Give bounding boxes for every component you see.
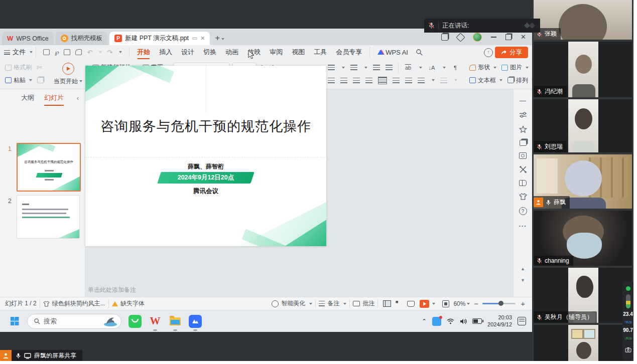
participant-tile[interactable]: 冯纪潮	[534, 42, 632, 97]
paragraph-spacing-icon[interactable]	[418, 78, 425, 83]
menu-view[interactable]: 视图	[287, 48, 309, 57]
missing-font-warning[interactable]: 缺失字体	[112, 299, 145, 308]
properties-icon[interactable]	[519, 111, 527, 119]
collapse-rail-icon[interactable]: —	[519, 96, 527, 104]
copy-icon[interactable]	[37, 77, 44, 83]
workspace-icon[interactable]	[441, 34, 448, 41]
tab-ppt-document[interactable]: P 新建 PPT 演示文稿.ppt ▭ ✕	[109, 32, 210, 45]
zoom-out-button[interactable]: −	[474, 299, 478, 308]
comments-button[interactable]: 批注	[353, 299, 374, 308]
tray-expand-icon[interactable]: ⌃	[422, 318, 427, 325]
menu-member[interactable]: 会员专享	[331, 48, 366, 57]
battery-icon[interactable]	[472, 318, 482, 324]
taskbar-file-explorer-icon[interactable]	[169, 315, 182, 328]
menu-home[interactable]: 开始	[133, 48, 155, 57]
menu-transition[interactable]: 切换	[199, 48, 221, 57]
wifi-icon[interactable]	[447, 318, 454, 324]
notes-button[interactable]: 备注	[319, 299, 346, 308]
align-right-icon[interactable]	[353, 78, 360, 83]
redo-icon[interactable]: ↷	[107, 49, 112, 56]
undo-icon[interactable]: ↶	[87, 49, 92, 56]
text-direction-icon[interactable]: ab	[404, 65, 412, 71]
cut-icon[interactable]: ✄	[37, 64, 42, 71]
participant-tile[interactable]: channing	[534, 211, 632, 266]
theme-button[interactable]: 绿色斜块简约风主...	[43, 299, 105, 308]
slide-sorter-icon[interactable]	[396, 301, 401, 306]
resource-library-icon[interactable]	[519, 152, 527, 159]
save-icon[interactable]	[43, 49, 50, 55]
textbox-button[interactable]: 文本框	[469, 76, 502, 85]
tray-meeting-icon[interactable]	[432, 317, 441, 326]
restore-button[interactable]	[505, 34, 512, 40]
slide-canvas[interactable]: 咨询服务与危机干预的规范化操作 薛飘、薛智桁 2024年9月12日20点 腾讯会…	[85, 66, 326, 246]
participant-tile[interactable]: 刘思瑞	[534, 99, 632, 152]
taskbar-app-store-icon[interactable]	[129, 315, 142, 328]
justify-icon[interactable]	[365, 78, 372, 83]
search-icon[interactable]	[416, 49, 423, 56]
bullet-list-icon[interactable]	[328, 65, 335, 70]
numbered-list-icon[interactable]	[350, 65, 357, 70]
distribute-icon[interactable]	[378, 77, 387, 84]
play-from-current-icon[interactable]	[62, 63, 74, 75]
notification-center-icon[interactable]	[518, 317, 526, 325]
align-left-icon[interactable]	[328, 78, 335, 83]
more-options-icon[interactable]: ···	[519, 222, 527, 230]
arrange-button[interactable]: 排列	[507, 76, 535, 85]
tab-list-chevron-icon[interactable]	[221, 38, 224, 40]
cube-mode-icon[interactable]	[456, 33, 465, 42]
smart-beautify-button[interactable]: 智能美化	[272, 299, 312, 308]
fit-to-window-icon[interactable]	[442, 300, 449, 307]
clock[interactable]: 20:03 2024/9/12	[487, 314, 512, 328]
paragraph-mark-icon[interactable]: ¶	[451, 65, 459, 71]
participant-tile[interactable]: 张颖	[534, 0, 632, 40]
slide-date-banner[interactable]: 2024年9月12日20点	[157, 172, 254, 184]
menu-insert[interactable]: 插入	[155, 48, 177, 57]
screenshot-camera-icon[interactable]	[625, 347, 631, 352]
print-icon[interactable]	[64, 49, 70, 55]
align-center-icon[interactable]	[340, 78, 347, 83]
speaker-icon[interactable]	[460, 318, 467, 324]
collapse-panel-icon[interactable]: ‹	[77, 94, 79, 102]
tab-slides[interactable]: 幻灯片	[44, 93, 64, 102]
tools-icon[interactable]	[519, 165, 527, 173]
tab-wps-office[interactable]: W WPS Office	[2, 32, 54, 45]
line-spacing-icon[interactable]	[393, 78, 400, 83]
account-avatar[interactable]	[473, 33, 482, 42]
notes-placeholder[interactable]: 单击此处添加备注	[88, 286, 136, 294]
screen-share-banner[interactable]: 薛飘的屏幕共享	[0, 350, 82, 361]
zoom-in-button[interactable]: +	[521, 299, 525, 308]
tab-outline[interactable]: 大纲	[21, 93, 34, 102]
print-preview-icon[interactable]	[75, 49, 82, 55]
menu-animation[interactable]: 动画	[221, 48, 243, 57]
slideshow-button[interactable]	[420, 300, 435, 308]
tab-docer-templates[interactable]: ✿ 找稻壳模板	[56, 32, 108, 45]
text-sort-icon[interactable]: ↓A	[428, 65, 436, 71]
slide-authors[interactable]: 薛飘、薛智桁	[85, 162, 326, 171]
menu-review[interactable]: 审阅	[265, 48, 287, 57]
slide-platform[interactable]: 腾讯会议	[85, 187, 326, 196]
picture-button[interactable]: 图片	[501, 63, 529, 72]
cloud-upload-icon[interactable]: ↑	[484, 48, 493, 57]
column-spacing-icon[interactable]	[405, 78, 412, 83]
file-menu[interactable]: 文件	[4, 48, 33, 57]
format-painter-button[interactable]: 格式刷	[5, 63, 32, 72]
reading-view-icon[interactable]	[407, 301, 415, 307]
slide1-thumbnail[interactable]: 咨询服务与危机干预的规范化操作	[17, 143, 81, 192]
slide-title[interactable]: 咨询服务与危机干预的规范化操作	[85, 117, 326, 135]
network-speed-widget[interactable]: 23.4 ↑K/s 90.7 ↓K/s	[622, 282, 633, 359]
decrease-indent-icon[interactable]	[373, 65, 380, 70]
taskbar-search[interactable]: 搜索	[27, 314, 121, 329]
shapes-button[interactable]: 形状	[469, 63, 496, 72]
favorites-star-icon[interactable]	[519, 125, 527, 133]
zoom-level[interactable]: 60%	[453, 300, 470, 307]
taskbar-wps-icon[interactable]: W	[149, 315, 162, 328]
quickbar-chevron-icon[interactable]	[119, 51, 122, 53]
clone-slide-icon[interactable]	[520, 140, 527, 146]
play-from-current-button[interactable]: 当页开始	[54, 77, 82, 86]
participant-tile[interactable]: 吴秋月（辅导员）	[534, 268, 632, 323]
participant-tile[interactable]	[534, 325, 632, 364]
reading-book-icon[interactable]	[519, 180, 527, 186]
minimize-button[interactable]	[491, 37, 496, 38]
close-button[interactable]: ✕	[521, 35, 526, 40]
tab-close-icon[interactable]: ✕	[200, 35, 205, 42]
